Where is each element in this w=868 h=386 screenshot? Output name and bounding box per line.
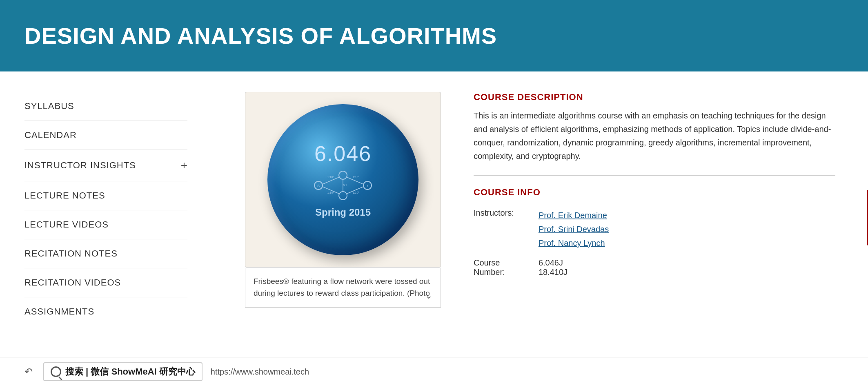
sidebar-item-lecture-videos[interactable]: LECTURE VIDEOS bbox=[24, 210, 187, 239]
course-number-2: 18.410J bbox=[539, 268, 835, 277]
svg-text:1:10⁹: 1:10⁹ bbox=[353, 191, 360, 194]
instructor-link-devadas[interactable]: Prof. Srini Devadas bbox=[539, 222, 835, 236]
sidebar-item-assignments[interactable]: ASSIGNMENTS bbox=[24, 297, 187, 326]
sidebar-item-calendar[interactable]: CALENDAR bbox=[24, 121, 187, 150]
frisbee-image: 6.046 S t bbox=[267, 104, 418, 255]
svg-point-2 bbox=[339, 171, 347, 179]
course-image: 6.046 S t bbox=[245, 92, 441, 268]
sidebar: SYLLABUS CALENDAR INSTRUCTOR INSIGHTS + … bbox=[0, 88, 212, 330]
course-number-1: 6.046J bbox=[539, 258, 835, 268]
instructors-label: Instructors: bbox=[474, 204, 539, 254]
sidebar-item-syllabus[interactable]: SYLLABUS bbox=[24, 92, 187, 121]
description-section: COURSE DESCRIPTION This is an intermedia… bbox=[474, 92, 835, 326]
course-info-grid: Instructors: Prof. Erik Demaine Prof. Sr… bbox=[474, 204, 835, 281]
sidebar-item-lecture-notes[interactable]: LECTURE NOTES bbox=[24, 181, 187, 210]
course-description-heading: COURSE DESCRIPTION bbox=[474, 92, 835, 103]
showmeai-url[interactable]: https://www.showmeai.tech bbox=[211, 367, 309, 377]
flow-network-diagram: S t 1:10⁹ bbox=[310, 169, 376, 202]
instructor-link-demaine[interactable]: Prof. Erik Demaine bbox=[539, 208, 835, 222]
page-title: DESIGN AND ANALYSIS OF ALGORITHMS bbox=[24, 22, 497, 49]
sidebar-item-recitation-videos[interactable]: RECITATION VIDEOS bbox=[24, 268, 187, 297]
course-info-heading: COURSE INFO bbox=[474, 187, 835, 198]
frisbee-season: Spring 2015 bbox=[315, 207, 371, 218]
main-content: SYLLABUS CALENDAR INSTRUCTOR INSIGHTS + … bbox=[0, 71, 868, 346]
image-section: 6.046 S t bbox=[245, 92, 441, 326]
course-number-value: 6.046J 18.410J bbox=[539, 254, 835, 281]
sidebar-item-instructor-insights[interactable]: INSTRUCTOR INSIGHTS + bbox=[24, 150, 187, 181]
instructor-link-lynch[interactable]: Prof. Nancy Lynch bbox=[539, 236, 835, 250]
svg-text:S: S bbox=[317, 184, 320, 188]
content-area: 6.046 S t bbox=[212, 88, 868, 330]
search-icon bbox=[51, 366, 61, 377]
svg-text:1:10⁹: 1:10⁹ bbox=[353, 176, 360, 178]
showmeai-label: 搜索 | 微信 ShowMeAI 研究中心 bbox=[65, 366, 195, 378]
svg-text:0:1: 0:1 bbox=[343, 184, 347, 187]
frisbee-number: 6.046 bbox=[314, 141, 372, 166]
course-description-text: This is an intermediate algorithms cours… bbox=[474, 109, 835, 163]
page-header: DESIGN AND ANALYSIS OF ALGORITHMS bbox=[0, 0, 868, 71]
image-caption: Frisbees® featuring a flow network were … bbox=[245, 268, 441, 308]
svg-point-3 bbox=[339, 192, 347, 200]
caption-expand-button[interactable]: ⌄ bbox=[425, 289, 432, 302]
instructors-value: Prof. Erik Demaine Prof. Srini Devadas P… bbox=[539, 204, 835, 254]
svg-text:t: t bbox=[367, 184, 368, 188]
svg-text:1:10⁹: 1:10⁹ bbox=[327, 176, 334, 178]
cursor-icon: ↶ bbox=[24, 366, 33, 377]
svg-text:1:10⁹: 1:10⁹ bbox=[327, 191, 334, 194]
expand-icon: + bbox=[181, 159, 187, 172]
bottom-bar: ↶ 搜索 | 微信 ShowMeAI 研究中心 https://www.show… bbox=[0, 357, 868, 386]
showmeai-logo[interactable]: 搜索 | 微信 ShowMeAI 研究中心 bbox=[43, 362, 203, 381]
course-number-label: CourseNumber: bbox=[474, 254, 539, 281]
section-divider bbox=[474, 175, 835, 176]
sidebar-item-recitation-notes[interactable]: RECITATION NOTES bbox=[24, 239, 187, 268]
